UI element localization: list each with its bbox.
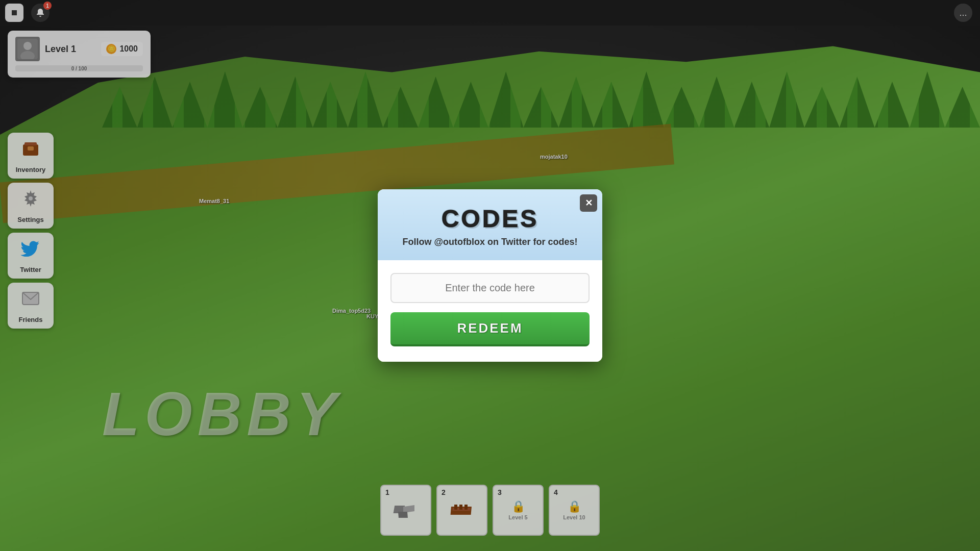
modal-body: REDEEM: [378, 260, 602, 362]
modal-title: CODES: [388, 205, 592, 233]
codes-modal: ✕ CODES Follow @outofblox on Twitter for…: [378, 189, 602, 362]
modal-close-button[interactable]: ✕: [580, 194, 597, 212]
code-input[interactable]: [390, 273, 590, 303]
modal-overlay: ✕ CODES Follow @outofblox on Twitter for…: [0, 0, 980, 551]
modal-subtitle: Follow @outofblox on Twitter for codes!: [388, 237, 592, 247]
redeem-button[interactable]: REDEEM: [390, 312, 590, 346]
modal-header: CODES Follow @outofblox on Twitter for c…: [378, 189, 602, 260]
